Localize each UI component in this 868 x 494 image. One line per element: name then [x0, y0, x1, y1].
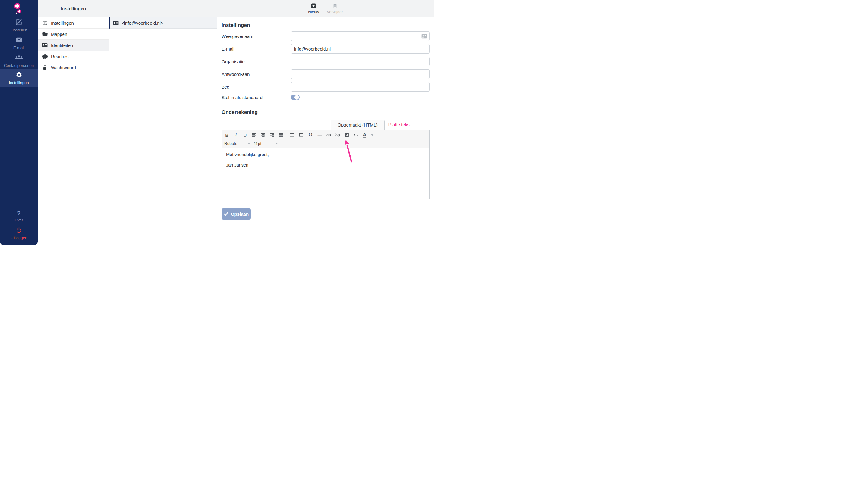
image-button[interactable]	[342, 131, 351, 139]
settings-nav-panel: Instellingen Instellingen Mappen	[38, 0, 109, 247]
font-family-select[interactable]: Roboto	[222, 140, 252, 147]
reply-to-label: Antwoord-aan	[222, 72, 291, 77]
settings-nav-item-password[interactable]: Wachtwoord	[38, 62, 109, 73]
sidebar-item-label: E-mail	[13, 45, 24, 50]
settings-gear-icon	[16, 71, 22, 79]
logo-plus-icon	[13, 3, 25, 17]
settings-nav-header: Instellingen	[38, 0, 109, 17]
editor-toolbar: B I U	[222, 130, 429, 148]
help-icon: ?	[17, 210, 20, 216]
source-code-button[interactable]	[351, 131, 360, 139]
reply-to-input[interactable]	[291, 69, 430, 79]
editor-toolbar-row2: Roboto 11pt	[222, 139, 429, 148]
text-color-button[interactable]: A	[360, 131, 369, 139]
sidebar-item-logout[interactable]: Uitloggen	[0, 225, 38, 242]
underline-button[interactable]: U	[241, 131, 250, 139]
sidebar-item-email[interactable]: E-mail	[0, 34, 38, 52]
display-name-label: Weergavenaam	[222, 34, 291, 39]
settings-nav-item-label: Mappen	[51, 32, 67, 37]
outdent-button[interactable]	[288, 131, 297, 139]
align-left-button[interactable]	[250, 131, 259, 139]
organization-input[interactable]	[291, 57, 430, 66]
trash-icon	[332, 3, 337, 9]
bcc-label: Bcc	[222, 84, 291, 90]
settings-nav-item-responses[interactable]: Reacties	[38, 51, 109, 62]
webmail-app: Opstellen E-mail Contactpersonen	[0, 0, 434, 247]
tab-plain-text[interactable]: Platte tekst	[385, 119, 415, 130]
indent-button[interactable]	[297, 131, 306, 139]
tab-html[interactable]: Opgemaakt (HTML)	[331, 119, 385, 130]
chevron-down-icon	[248, 143, 250, 144]
bcc-input[interactable]	[291, 82, 430, 92]
compose-icon	[16, 19, 22, 26]
font-family-value: Roboto	[224, 141, 240, 146]
signature-tabs: Opgemaakt (HTML) Platte tekst	[222, 119, 430, 130]
chat-icon	[42, 54, 48, 59]
settings-nav-item-preferences[interactable]: Instellingen	[38, 17, 109, 28]
settings-nav-item-folders[interactable]: Mappen	[38, 28, 109, 40]
identity-label: <info@voorbeeld.nl>	[122, 20, 163, 25]
settings-nav-item-identities[interactable]: Identiteiten	[38, 40, 109, 51]
new-identity-button[interactable]: Nieuw	[308, 3, 319, 14]
signature-editor: B I U	[222, 130, 430, 199]
signature-editor-body[interactable]: Met vriendelijke groet, Jan Jansen	[222, 148, 429, 176]
identity-list-item[interactable]: <info@voorbeeld.nl>	[109, 17, 217, 28]
unlink-button[interactable]	[333, 131, 342, 139]
settings-nav-item-label: Identiteiten	[51, 43, 73, 48]
signature-title: Ondertekening	[222, 109, 430, 115]
settings-nav-item-label: Wachtwoord	[51, 65, 76, 70]
align-right-button[interactable]	[267, 131, 277, 139]
form-row-default: Stel in als standaard	[222, 95, 430, 100]
italic-button[interactable]: I	[232, 131, 241, 139]
sidebar-item-contacts[interactable]: Contactpersonen	[0, 52, 38, 69]
default-identity-toggle[interactable]	[291, 95, 300, 100]
editor-toolbar-row1: B I U	[222, 131, 429, 139]
identities-list-header	[109, 0, 217, 17]
form-row-reply-to: Antwoord-aan	[222, 69, 430, 79]
sidebar-item-label: Contactpersonen	[4, 63, 34, 68]
settings-nav-item-label: Instellingen	[51, 20, 74, 25]
mail-icon	[16, 36, 22, 44]
chevron-down-icon	[275, 143, 278, 144]
link-button[interactable]	[324, 131, 333, 139]
folder-icon	[42, 31, 48, 37]
app-logo[interactable]	[0, 0, 38, 17]
display-name-input[interactable]	[291, 31, 430, 41]
special-char-button[interactable]: Ω	[306, 131, 315, 139]
id-card-icon	[42, 42, 48, 48]
sidebar-item-label: Instellingen	[9, 80, 29, 85]
power-icon	[16, 227, 22, 234]
main-toolbar: Nieuw Verwijder	[217, 0, 434, 17]
horizontal-rule-button[interactable]: —	[315, 131, 324, 139]
sidebar-item-label: Opstellen	[11, 28, 27, 32]
sidebar-spacer	[0, 87, 38, 207]
save-button[interactable]: Opslaan	[222, 208, 251, 220]
form-row-bcc: Bcc	[222, 82, 430, 92]
vcard-picker-icon[interactable]	[421, 33, 427, 39]
email-label: E-mail	[222, 46, 291, 52]
sidebar-footer: ? Over Uitloggen	[0, 207, 38, 245]
chevron-down-icon[interactable]	[371, 134, 373, 136]
delete-identity-button[interactable]: Verwijder	[327, 3, 343, 14]
align-center-button[interactable]	[259, 131, 267, 139]
settings-nav-title: Instellingen	[61, 6, 86, 11]
email-input[interactable]	[291, 44, 430, 54]
form-title: Instellingen	[222, 22, 430, 28]
forecolor-glyph: A	[363, 133, 367, 138]
new-button-label: Nieuw	[308, 10, 319, 14]
sliders-icon	[42, 20, 48, 25]
save-button-label: Opslaan	[231, 211, 248, 216]
signature-line: Jan Jansen	[226, 163, 425, 168]
form-row-email: E-mail	[222, 44, 430, 54]
sidebar-item-about[interactable]: ? Over	[0, 207, 38, 225]
sidebar-item-settings[interactable]: Instellingen	[0, 69, 38, 87]
form-row-display-name: Weergavenaam	[222, 31, 430, 41]
toggle-knob	[294, 95, 299, 100]
bold-button[interactable]: B	[222, 131, 232, 139]
justify-button[interactable]	[277, 131, 286, 139]
font-size-select[interactable]: 11pt	[252, 140, 280, 147]
toolbar-separator	[287, 132, 287, 138]
sidebar-item-compose[interactable]: Opstellen	[0, 17, 38, 34]
form-row-organization: Organisatie	[222, 57, 430, 66]
lock-icon	[42, 65, 48, 70]
